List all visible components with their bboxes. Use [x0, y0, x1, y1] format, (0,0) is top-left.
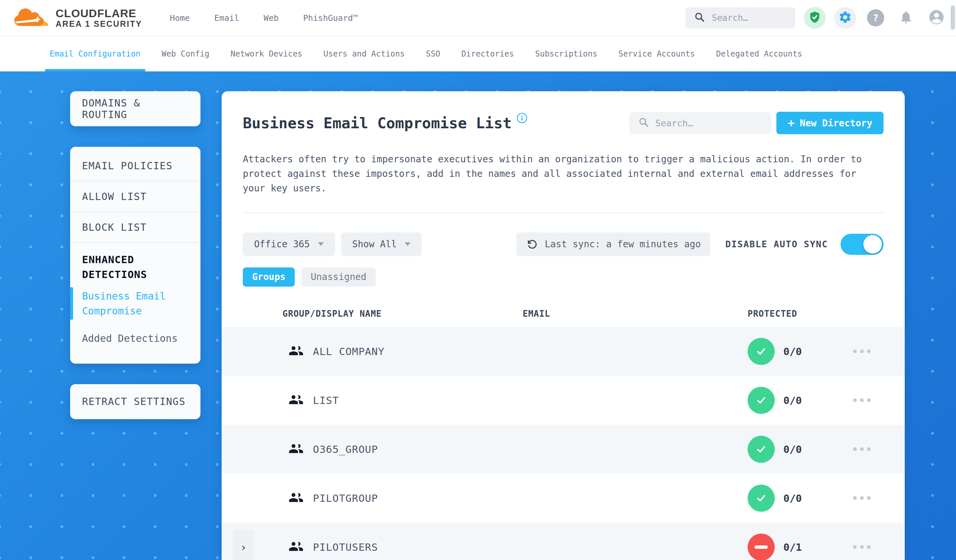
directory-select-value: Office 365	[254, 239, 310, 249]
global-search[interactable]	[686, 7, 795, 28]
tab-item-label: Directories	[461, 49, 514, 58]
shield-check-icon	[808, 11, 821, 25]
ellipsis-icon	[860, 447, 864, 451]
top-nav: HomeEmailWebPhishGuard™	[170, 13, 358, 23]
tab-item[interactable]: SSO	[426, 36, 440, 71]
info-icon[interactable]	[516, 112, 528, 125]
cloudflare-logo: CLOUDFLARE AREA 1 SECURITY	[13, 6, 142, 30]
tab-item[interactable]: Directories	[461, 36, 514, 71]
column-header-email: EMAIL	[523, 309, 734, 319]
list-search-input[interactable]	[655, 118, 763, 128]
tab-item[interactable]: Network Devices	[231, 36, 302, 71]
tab-item[interactable]: Web Config	[162, 36, 210, 71]
tab-item-label: Email Configuration	[50, 49, 141, 58]
brand-subtitle: AREA 1 SECURITY	[55, 19, 142, 28]
sidebar-item-email-policies[interactable]: EMAIL POLICIES	[70, 151, 200, 182]
ellipsis-icon	[860, 496, 864, 500]
table-body: ALL COMPANY 0/0 LIST	[222, 327, 905, 560]
settings-button[interactable]	[834, 7, 856, 29]
help-icon: ?	[867, 9, 884, 27]
protected-count: 0/0	[783, 345, 802, 358]
protected-count: 0/0	[783, 394, 802, 406]
group-icon	[288, 343, 303, 360]
active-indicator-bar	[70, 287, 73, 320]
notifications-button[interactable]	[895, 7, 917, 29]
row-menu-button[interactable]	[838, 545, 905, 549]
list-search[interactable]	[629, 112, 771, 134]
tab-item-label: Web Config	[162, 49, 210, 58]
sidebar-item-allow-list[interactable]: ALLOW LIST	[70, 182, 200, 212]
group-icon	[288, 490, 303, 507]
sidebar-item-business-email-compromise[interactable]: Business Email Compromise	[70, 285, 200, 322]
ellipsis-icon	[867, 447, 871, 451]
unassigned-chip[interactable]: Unassigned	[301, 267, 376, 287]
plus-icon: +	[788, 116, 794, 130]
top-nav-item-label: Web	[264, 13, 278, 23]
tab-item-label: Users and Actions	[324, 49, 405, 58]
last-sync-label: Last sync: a few minutes ago	[545, 239, 701, 249]
refresh-icon	[526, 238, 539, 251]
new-directory-button[interactable]: + New Directory	[777, 112, 884, 134]
directory-select[interactable]: Office 365	[243, 232, 335, 256]
sidebar-item-label: Business Email Compromise	[82, 290, 166, 317]
help-button[interactable]: ?	[865, 7, 887, 29]
sidebar-item-label: ALLOW LIST	[82, 191, 147, 202]
tab-item-label: Network Devices	[231, 49, 302, 58]
ellipsis-icon	[853, 350, 857, 353]
tab-item[interactable]: Users and Actions	[324, 36, 405, 71]
tab-item[interactable]: Email Configuration	[50, 36, 141, 71]
ellipsis-icon	[853, 545, 857, 549]
row-menu-button[interactable]	[838, 447, 905, 451]
top-nav-item[interactable]: Home	[170, 13, 190, 23]
brand-name: CLOUDFLARE	[55, 8, 142, 19]
groups-chip[interactable]: Groups	[243, 267, 295, 287]
global-search-input[interactable]	[712, 13, 787, 23]
top-nav-item[interactable]: PhishGuard™	[303, 13, 358, 23]
auto-sync-toggle[interactable]	[841, 234, 884, 255]
sidebar-item-block-list[interactable]: BLOCK LIST	[70, 212, 200, 243]
page-scrollbar[interactable]	[951, 5, 955, 30]
sidebar-item-enhanced-detections[interactable]: ENHANCED DETECTIONS	[70, 243, 200, 285]
tab-item-label: SSO	[426, 49, 440, 58]
gear-icon	[838, 10, 852, 25]
ellipsis-icon	[867, 398, 871, 402]
ellipsis-icon	[867, 496, 871, 500]
group-icon	[288, 392, 303, 409]
last-sync-button[interactable]: Last sync: a few minutes ago	[516, 232, 710, 256]
row-menu-button[interactable]	[838, 496, 905, 500]
sidebar-item-label: EMAIL POLICIES	[82, 160, 173, 172]
top-nav-item[interactable]: Web	[264, 13, 278, 23]
sidebar-item-added-detections[interactable]: Added Detections	[70, 328, 200, 349]
table-row: › PILOTUSERS 0/1	[222, 522, 905, 560]
row-expander-button[interactable]: ›	[233, 530, 254, 560]
account-button[interactable]	[926, 7, 947, 29]
sidebar-card-domains: DOMAINS & ROUTING	[70, 91, 200, 126]
tab-item[interactable]: Subscriptions	[535, 36, 598, 71]
group-name: O365_GROUP	[313, 443, 378, 455]
table-row: ALL COMPANY 0/0	[222, 327, 905, 376]
new-directory-label: New Directory	[800, 118, 872, 129]
security-status-button[interactable]	[804, 7, 825, 29]
sidebar-item-retract-settings[interactable]: RETRACT SETTINGS	[70, 384, 200, 419]
row-menu-button[interactable]	[838, 398, 905, 402]
user-icon	[928, 9, 945, 27]
sidebar-item-domains-routing[interactable]: DOMAINS & ROUTING	[70, 91, 200, 126]
sidebar-card-policies: EMAIL POLICIES ALLOW LIST BLOCK LIST ENH…	[70, 147, 200, 364]
top-nav-item[interactable]: Email	[214, 13, 239, 23]
row-menu-button[interactable]	[838, 350, 905, 353]
auto-sync-label: DISABLE AUTO SYNC	[725, 239, 828, 249]
bell-icon	[899, 10, 914, 26]
protected-count: 0/0	[783, 443, 802, 455]
tab-item-label: Service Accounts	[619, 49, 695, 58]
tab-bar: Email ConfigurationWeb ConfigNetwork Dev…	[0, 36, 956, 71]
group-name: ALL COMPANY	[313, 345, 384, 358]
top-nav-item-label: PhishGuard™	[303, 13, 358, 23]
groups-chip-label: Groups	[252, 271, 286, 282]
tab-item[interactable]: Service Accounts	[619, 36, 695, 71]
show-filter-select[interactable]: Show All	[341, 232, 422, 256]
tab-item[interactable]: Delegated Accounts	[716, 36, 802, 71]
table-row: O365_GROUP 0/0	[222, 425, 905, 474]
column-header-protected: PROTECTED	[734, 309, 838, 319]
sidebar-item-label: RETRACT SETTINGS	[82, 396, 186, 407]
sidebar: DOMAINS & ROUTING EMAIL POLICIES ALLOW L…	[70, 91, 200, 440]
